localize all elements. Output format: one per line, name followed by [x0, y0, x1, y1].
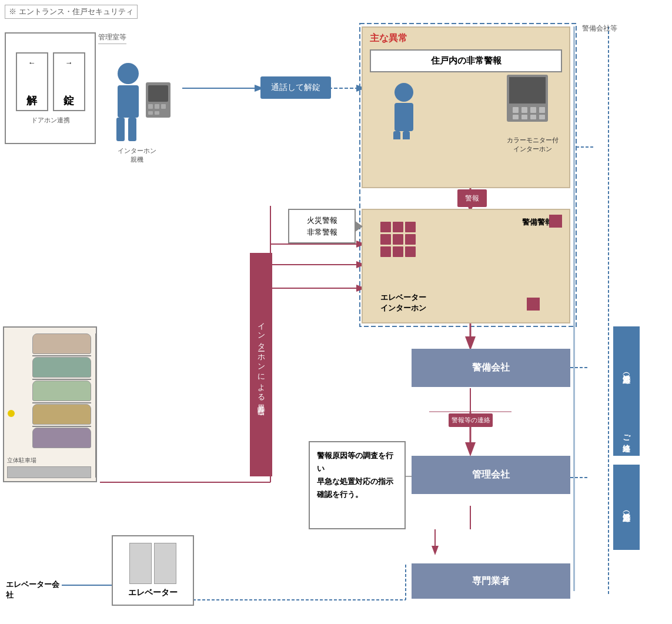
svg-rect-45 — [521, 107, 527, 113]
security-section: 警備警報器 エレベーターインターホン — [362, 209, 570, 323]
svg-rect-49 — [521, 115, 527, 119]
security-alarm-indicator — [549, 215, 562, 228]
svg-rect-48 — [513, 115, 519, 119]
car-5 — [32, 428, 91, 448]
alarm-section: 主な異常 住戸内の非常警報 カラーモニター付イン — [362, 26, 570, 188]
svg-point-27 — [118, 63, 139, 84]
svg-rect-32 — [148, 85, 168, 102]
bubble-arrow-icon — [355, 221, 363, 232]
svg-rect-51 — [539, 115, 545, 119]
elevator-box: エレベーター — [112, 535, 194, 606]
alarm-inner-box: 住戸内の非常警報 — [370, 49, 562, 72]
taiou-bottom-box: 対応（処置） — [613, 465, 640, 550]
parking-sublabel: 立体駐車場 — [7, 456, 36, 465]
car-1 — [32, 333, 91, 354]
svg-rect-34 — [155, 104, 159, 109]
svg-point-38 — [394, 83, 413, 102]
alarm-title: 主な異常 — [363, 28, 569, 47]
parking-section: 立体駐車場 — [3, 326, 97, 482]
elevator-doors-container — [129, 543, 176, 584]
svg-rect-40 — [393, 131, 400, 139]
elevator-door-left — [129, 543, 152, 584]
elevator-interphone-label: エレベーターインターホン — [380, 292, 426, 313]
svg-rect-30 — [128, 118, 136, 141]
keypad-icon — [380, 222, 416, 257]
door-right: → 錠 — [53, 52, 85, 111]
shelf-1 — [32, 355, 91, 356]
fire-alarm-bubble: 火災警報非常警報 — [288, 209, 356, 243]
door-left: ← 解 — [16, 52, 48, 111]
management-company-box: 管理会社 — [412, 456, 570, 494]
bottom-bar — [7, 466, 91, 478]
svg-rect-29 — [116, 118, 125, 141]
color-monitor-label: カラーモニター付インターホン — [507, 136, 559, 154]
svg-rect-28 — [118, 85, 139, 118]
interphone-call-text: インターホンによる異常呼出し — [256, 317, 266, 413]
parking-structure — [32, 333, 91, 448]
shelf-2 — [32, 379, 91, 380]
svg-rect-33 — [148, 104, 153, 109]
svg-rect-35 — [161, 104, 166, 109]
notice-text: 警報原因等の調査を行い早急な処置対応の指示確認を行う。 — [317, 451, 393, 499]
keiho-renraku-label: 警報等の連絡 — [449, 413, 493, 427]
car-2 — [32, 357, 91, 378]
door-label-left: 解 — [26, 94, 37, 108]
security-company-box: 警備会社 — [412, 349, 570, 387]
indicator-dot — [8, 410, 15, 417]
color-monitor-interphone: カラーモニター付インターホン — [507, 75, 559, 154]
svg-rect-43 — [509, 77, 546, 104]
car-4 — [32, 404, 91, 425]
taiou-top-box: 対応（処置） — [613, 326, 640, 412]
arrow-right-icon: → — [65, 58, 73, 67]
elevator-label: エレベーター — [128, 588, 178, 598]
resident-person-icon — [380, 81, 451, 139]
elevator-door-right — [154, 543, 176, 584]
svg-rect-0 — [573, 26, 575, 591]
svg-rect-47 — [539, 107, 545, 113]
unlock-button[interactable]: 通話して解錠 — [260, 76, 331, 99]
interphone-call-bar: インターホンによる異常呼出し — [250, 253, 272, 476]
elevator-company-label: エレベーター会社 — [6, 581, 65, 599]
door-panel-box: ← 解 → 錠 ドアホン連携 — [5, 32, 96, 144]
diagram-container: ※ エントランス・住戸セキュリティ ← 解 → 錠 ドアホン連携 — [0, 0, 672, 624]
fire-alarm-text: 火災警報非常警報 — [307, 216, 337, 236]
door-icons: ← 解 → 錠 — [16, 52, 85, 111]
car-3 — [32, 381, 91, 401]
elevator-interphone-indicator — [527, 298, 540, 311]
vertical-pole — [95, 333, 97, 478]
svg-rect-39 — [394, 103, 413, 131]
svg-rect-41 — [403, 131, 410, 139]
gorenraku-label: ご連絡 — [621, 429, 632, 438]
svg-rect-46 — [530, 107, 536, 113]
svg-rect-44 — [513, 107, 519, 113]
shelf-3 — [32, 402, 91, 403]
door-subtitle: ドアホン連携 — [31, 116, 70, 125]
gorenraku-box: ご連絡 — [613, 412, 640, 456]
shelf-4 — [32, 426, 91, 427]
person-device-area: インターホン親機 — [99, 56, 175, 150]
person-icon — [99, 56, 175, 150]
notice-box: 警報原因等の調査を行い早急な処置対応の指示確認を行う。 — [309, 441, 406, 529]
svg-rect-50 — [530, 115, 536, 119]
svg-rect-37 — [155, 111, 159, 115]
section-sublabel: 管理室等 — [98, 32, 126, 44]
right-top-label: 警備会社等 — [582, 24, 617, 34]
section-title-label: ※ エントランス・住戸セキュリティ — [5, 5, 138, 19]
door-label-right: 錠 — [63, 94, 74, 108]
arrow-left-icon: ← — [28, 58, 36, 67]
renraku-text: 警報等の連絡 — [452, 416, 490, 423]
keiho-label-1: 警報 — [457, 189, 487, 207]
svg-rect-36 — [148, 111, 153, 115]
specialist-company-box: 専門業者 — [412, 563, 570, 599]
